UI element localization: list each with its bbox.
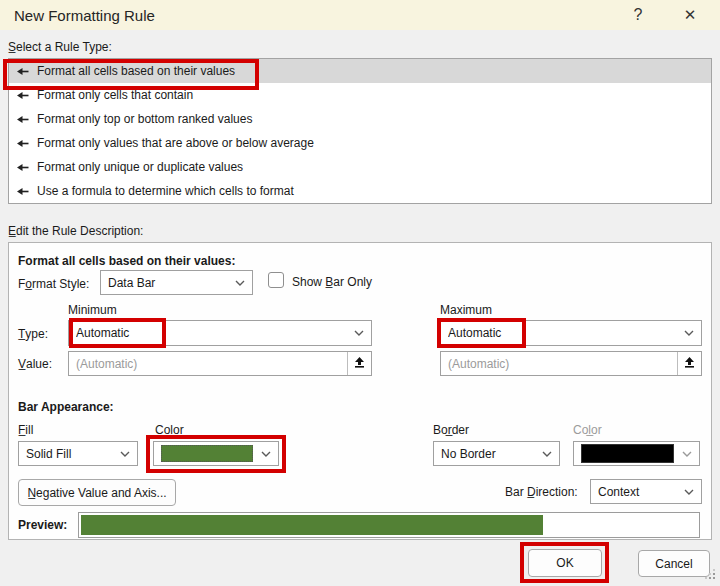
arrow-up-from-bar-icon [354, 357, 365, 371]
rule-description-section-label: E̲dit the Rule Description: [8, 224, 143, 238]
rule-type-item[interactable]: Format only unique or duplicate values [9, 155, 711, 179]
border-color-dropdown[interactable] [573, 441, 700, 466]
maximum-value-field[interactable]: (Automatic) [440, 351, 702, 376]
show-bar-only-label: Show B̲ar Only [292, 275, 372, 289]
left-arrow-icon [17, 91, 29, 100]
rule-type-item[interactable]: Format only top or bottom ranked values [9, 107, 711, 131]
maximum-value-placeholder: (Automatic) [441, 357, 677, 371]
rule-type-item-label: Format only unique or duplicate values [37, 160, 243, 174]
format-style-value: Data Bar [108, 276, 229, 290]
bar-color-dropdown[interactable] [153, 441, 279, 466]
preview-data-bar [81, 515, 543, 535]
chevron-down-icon [682, 451, 692, 457]
left-arrow-icon [17, 115, 29, 124]
rule-type-item[interactable]: Use a formula to determine which cells t… [9, 179, 711, 203]
ok-button-label: OK [556, 556, 573, 570]
dialog-title: New Formatting Rule [0, 7, 155, 24]
bar-direction-dropdown[interactable]: Context [590, 479, 702, 504]
chevron-down-icon [684, 489, 694, 495]
close-button[interactable]: ✕ [668, 0, 712, 30]
rule-type-list: Format all cells based on their values F… [8, 58, 712, 204]
left-arrow-icon [17, 139, 29, 148]
minimum-type-dropdown[interactable]: Automatic [68, 320, 372, 346]
minimum-header: Minimum [68, 303, 117, 317]
fill-label: F̲ill [18, 423, 33, 437]
negative-value-axis-button[interactable]: N̲egative Value and Axis... [18, 479, 176, 506]
collapse-dialog-button[interactable] [677, 352, 701, 375]
bar-appearance-header: Bar Appearance: [18, 400, 114, 414]
fill-value: Solid Fill [26, 447, 114, 461]
cancel-button-label: Cancel [655, 557, 692, 571]
chevron-down-icon [354, 330, 364, 336]
format-style-label: Fo̲rmat Style: [18, 277, 89, 291]
rule-type-item[interactable]: Format only cells that contain [9, 83, 711, 107]
help-icon: ? [634, 6, 643, 24]
show-bar-only-checkbox[interactable] [268, 272, 284, 288]
border-value: No Border [441, 447, 536, 461]
maximum-header: Maximum [440, 303, 492, 317]
chevron-down-icon [120, 451, 130, 457]
value-label: V̲alue: [18, 357, 52, 371]
type-label: T̲ype: [18, 327, 48, 341]
left-arrow-icon [17, 163, 29, 172]
rule-type-item-label: Use a formula to determine which cells t… [37, 184, 294, 198]
rule-type-item-label: Format only cells that contain [37, 88, 193, 102]
rule-type-item-label: Format only values that are above or bel… [37, 136, 314, 150]
border-dropdown[interactable]: No Border [433, 441, 560, 466]
rule-type-item[interactable]: Format all cells based on their values [9, 59, 711, 83]
minimum-value-field[interactable]: (Automatic) [68, 351, 372, 376]
chevron-down-icon [261, 451, 271, 457]
left-arrow-icon [17, 67, 29, 76]
bar-direction-value: Context [598, 485, 678, 499]
rule-type-section-label: S̲elect a Rule Type: [8, 40, 112, 54]
chevron-down-icon [235, 280, 245, 286]
cancel-button[interactable]: Cancel [638, 550, 710, 577]
ok-button[interactable]: OK [528, 549, 602, 577]
maximum-type-value: Automatic [448, 326, 678, 340]
minimum-type-value: Automatic [76, 326, 348, 340]
rule-type-item-label: Format all cells based on their values [37, 64, 235, 78]
fill-dropdown[interactable]: Solid Fill [18, 441, 138, 466]
rule-description-header: Format all cells based on their values: [18, 254, 235, 268]
minimum-value-placeholder: (Automatic) [69, 357, 347, 371]
rule-type-item-label: Format only top or bottom ranked values [37, 112, 252, 126]
arrow-up-from-bar-icon [684, 357, 695, 371]
maximum-type-dropdown[interactable]: Automatic [440, 320, 702, 346]
bar-direction-label: Bar D̲irection: [505, 485, 578, 499]
format-style-dropdown[interactable]: Data Bar [100, 270, 253, 295]
color-label: C̲olor [155, 423, 184, 437]
close-icon: ✕ [684, 6, 697, 24]
border-color-swatch [581, 444, 674, 463]
rule-type-item[interactable]: Format only values that are above or bel… [9, 131, 711, 155]
title-bar: New Formatting Rule [0, 0, 720, 30]
collapse-dialog-button[interactable] [347, 352, 371, 375]
chevron-down-icon [542, 451, 552, 457]
preview-field [78, 512, 700, 538]
resize-grip-icon[interactable] [705, 569, 716, 583]
border-label: Bor̲der [433, 423, 469, 437]
new-formatting-rule-dialog: New Formatting Rule ? ✕ S̲elect a Rule T… [0, 0, 720, 586]
left-arrow-icon [17, 187, 29, 196]
border-color-label: Col̲or [573, 423, 602, 437]
preview-label: Preview: [18, 518, 67, 532]
bar-color-swatch [161, 445, 253, 462]
negative-value-axis-label: N̲egative Value and Axis... [27, 486, 166, 500]
help-button[interactable]: ? [616, 0, 660, 30]
chevron-down-icon [684, 330, 694, 336]
